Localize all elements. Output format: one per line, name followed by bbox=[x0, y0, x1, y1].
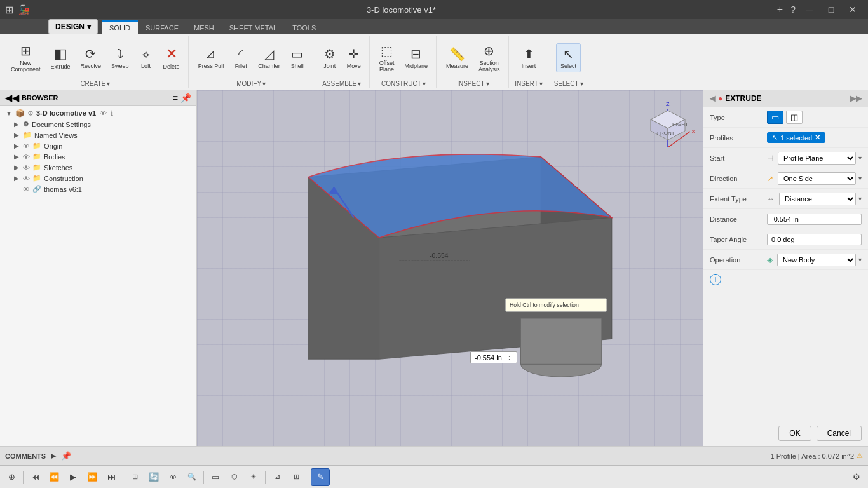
pin-comments-icon[interactable]: 📌 bbox=[61, 451, 71, 461]
direction-dropdown-icon: ▾ bbox=[858, 175, 862, 182]
nav-cube[interactable]: Z X FRONT RIGHT bbox=[639, 97, 696, 154]
snap-button[interactable]: ⊿ bbox=[268, 468, 286, 486]
svg-text:Hold Ctrl to modify selection: Hold Ctrl to modify selection bbox=[510, 302, 579, 308]
3d-grid-button[interactable]: ⊞ bbox=[287, 468, 305, 486]
svg-text:X: X bbox=[691, 128, 695, 135]
create-group-label[interactable]: CREATE ▾ bbox=[80, 80, 110, 87]
window-title: 3-D locomotive v1* bbox=[34, 5, 768, 15]
ribbon-tabs: DESIGN ▾ SOLID SURFACE MESH SHEET METAL … bbox=[0, 19, 868, 34]
chamfer-button[interactable]: ◿ Chamfer bbox=[254, 43, 285, 72]
separator-4 bbox=[265, 471, 266, 484]
collapse-panel-icon[interactable]: ◀ bbox=[710, 94, 715, 103]
visual-style-button[interactable]: ⬡ bbox=[226, 468, 243, 486]
select-button[interactable]: ↖ Select bbox=[556, 43, 581, 72]
tree-item-root[interactable]: ▼ 📦 ⚙ 3-D locomotive v1 👁 ℹ bbox=[0, 107, 196, 119]
extrude-button[interactable]: ◧ Extrude bbox=[46, 43, 75, 73]
offset-plane-button[interactable]: ⬚ OffsetPlane bbox=[375, 40, 399, 76]
start-select[interactable]: Profile Plane bbox=[778, 152, 856, 165]
insert-group: ⬆ Insert INSERT ▾ bbox=[510, 36, 548, 88]
dim-options-icon[interactable]: ⋮ bbox=[506, 353, 513, 362]
play-button[interactable]: ▶ bbox=[64, 468, 82, 486]
comments-button[interactable]: COMMENTS bbox=[5, 452, 46, 460]
midplane-button[interactable]: ⊟ Midplane bbox=[400, 43, 433, 72]
tree-item-construction[interactable]: ▶ 👁 📁 Construction bbox=[0, 173, 196, 184]
taper-input[interactable] bbox=[767, 234, 862, 245]
expand-comments-icon[interactable]: ▶ bbox=[51, 452, 56, 460]
tab-solid[interactable]: SOLID bbox=[102, 20, 138, 34]
dimension-label[interactable]: -0.554 in ⋮ bbox=[470, 351, 517, 363]
tree-item-origin[interactable]: ▶ 👁 📁 Origin bbox=[0, 140, 196, 151]
viewport[interactable]: -0.554 Hold Ctrl to modify selection -0.… bbox=[197, 90, 703, 446]
extrude-type-surface-button[interactable]: ◫ bbox=[786, 111, 803, 124]
maximize-button[interactable]: □ bbox=[821, 4, 841, 15]
close-button[interactable]: ✕ bbox=[843, 4, 863, 15]
profiles-clear-button[interactable]: ✕ bbox=[815, 133, 820, 142]
display-mode-button[interactable]: ▭ bbox=[207, 468, 224, 486]
measure-button[interactable]: 📏 Measure bbox=[442, 43, 473, 72]
play-end-button[interactable]: ⏭ bbox=[102, 468, 120, 486]
tree-item-doc-settings[interactable]: ▶ ⚙ Document Settings bbox=[0, 119, 196, 130]
play-prev-button[interactable]: ⏪ bbox=[45, 468, 63, 486]
app-grid-icon[interactable]: ⊞ bbox=[5, 4, 13, 16]
loft-button[interactable]: ⟡ Loft bbox=[135, 44, 158, 72]
operation-dropdown-icon: ▾ bbox=[858, 256, 862, 263]
direction-select[interactable]: One Side bbox=[778, 172, 856, 185]
tree-item-root-gear[interactable]: ⚙ bbox=[27, 109, 34, 118]
browser-title: BROWSER bbox=[22, 94, 58, 102]
joint-button[interactable]: ⚙ Joint bbox=[318, 43, 341, 72]
help-icon[interactable]: ? bbox=[788, 4, 798, 15]
move-button[interactable]: ✛ Move bbox=[342, 43, 365, 72]
tab-mesh[interactable]: MESH bbox=[186, 20, 222, 34]
expand-panel-icon[interactable]: ▶▶ bbox=[850, 94, 862, 103]
sketch-palette-button[interactable]: ✎ bbox=[311, 468, 330, 486]
modify-group-label[interactable]: MODIFY ▾ bbox=[236, 80, 266, 87]
tree-item-sketches[interactable]: ▶ 👁 📁 Sketches bbox=[0, 162, 196, 173]
zoom-window-button[interactable]: 🔍 bbox=[183, 468, 201, 486]
section-analysis-button[interactable]: ⊕ SectionAnalysis bbox=[474, 40, 505, 76]
operation-select[interactable]: New Body bbox=[777, 254, 856, 266]
window-controls: + ? ─ □ ✕ bbox=[773, 4, 863, 15]
play-next-button[interactable]: ⏩ bbox=[83, 468, 101, 486]
shell-button[interactable]: ▭ Shell bbox=[286, 43, 309, 72]
browser-collapse-icon[interactable]: ◀◀ bbox=[5, 93, 19, 103]
tab-sheet-metal[interactable]: SHEET METAL bbox=[222, 20, 285, 34]
ok-button[interactable]: OK bbox=[778, 426, 811, 441]
minimize-button[interactable]: ─ bbox=[799, 4, 820, 15]
tree-item-thomas[interactable]: 👁 🔗 thomas v6:1 bbox=[0, 184, 196, 194]
fillet-button[interactable]: ◜ Fillet bbox=[229, 43, 252, 72]
grid-button[interactable]: ⊕ bbox=[3, 468, 20, 486]
panel-footer: OK Cancel bbox=[703, 421, 868, 446]
tree-item-bodies[interactable]: ▶ 👁 📁 Bodies bbox=[0, 151, 196, 162]
tree-item-named-views[interactable]: ▶ 📁 Named Views bbox=[0, 130, 196, 140]
insert-mesh-button[interactable]: ⬆ Insert bbox=[517, 43, 541, 72]
env-button[interactable]: ☀ bbox=[245, 468, 262, 486]
bottom-status-bar: COMMENTS ▶ 📌 1 Profile | Area : 0.072 in… bbox=[0, 446, 868, 465]
settings-button[interactable]: ⚙ bbox=[848, 468, 865, 486]
tab-tools[interactable]: TOOLS bbox=[285, 20, 323, 34]
select-group-label[interactable]: SELECT ▾ bbox=[554, 80, 583, 87]
insert-group-label[interactable]: INSERT ▾ bbox=[515, 80, 543, 87]
sketch-grid-button[interactable]: ⊞ bbox=[126, 468, 144, 486]
separator-1 bbox=[23, 471, 24, 484]
play-back-button[interactable]: ⏮ bbox=[26, 468, 44, 486]
orbit-button[interactable]: 🔄 bbox=[145, 468, 163, 486]
inspect-group-label[interactable]: INSPECT ▾ bbox=[457, 80, 489, 87]
press-pull-button[interactable]: ⊿ Press Pull bbox=[194, 43, 229, 72]
assemble-group-label[interactable]: ASSEMBLE ▾ bbox=[322, 80, 361, 87]
extent-type-select[interactable]: Distance bbox=[779, 193, 856, 205]
new-component-button[interactable]: ⊞ NewComponent bbox=[6, 40, 45, 76]
add-tab-button[interactable]: + bbox=[773, 4, 787, 15]
revolve-button[interactable]: ⟳ Revolve bbox=[76, 43, 106, 72]
distance-input[interactable] bbox=[767, 214, 862, 225]
delete-button[interactable]: ✕ Delete bbox=[159, 43, 184, 73]
tab-surface[interactable]: SURFACE bbox=[138, 20, 186, 34]
extrude-type-solid-button[interactable]: ▭ bbox=[767, 111, 783, 124]
cancel-button[interactable]: Cancel bbox=[817, 426, 862, 441]
browser-pin-icon[interactable]: 📌 bbox=[180, 93, 191, 103]
look-at-button[interactable]: 👁 bbox=[164, 468, 182, 486]
browser-options-icon[interactable]: ≡ bbox=[173, 93, 178, 103]
sweep-button[interactable]: ⤵ Sweep bbox=[107, 44, 133, 72]
profiles-select-icon: ↖ bbox=[772, 133, 778, 142]
design-button[interactable]: DESIGN ▾ bbox=[48, 19, 98, 34]
construct-group-label[interactable]: CONSTRUCT ▾ bbox=[381, 80, 426, 87]
